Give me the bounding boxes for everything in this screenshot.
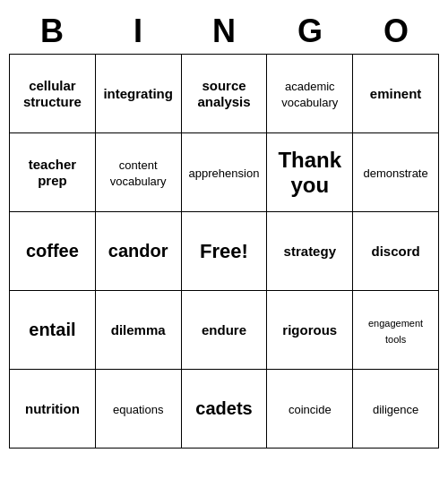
cell-r1-c1: content vocabulary	[95, 133, 181, 212]
cell-r0-c3: academic vocabulary	[267, 55, 353, 133]
bingo-header: B I N G O	[9, 9, 439, 54]
cell-r1-c2: apprehension	[181, 133, 267, 212]
header-i: I	[95, 9, 181, 54]
cell-r2-c1: candor	[95, 212, 181, 291]
bingo-grid: cellular structureintegratingsource anal…	[9, 54, 439, 449]
cell-r0-c2: source analysis	[181, 55, 267, 133]
cell-r3-c1: dilemma	[95, 291, 181, 370]
header-b: B	[9, 9, 95, 54]
cell-r2-c2: Free!	[181, 212, 267, 291]
cell-r1-c4: demonstrate	[353, 133, 439, 212]
cell-r4-c1: equations	[95, 370, 181, 449]
header-n: N	[181, 9, 267, 54]
cell-r3-c3: rigorous	[267, 291, 353, 370]
cell-r3-c0: entail	[10, 291, 96, 370]
cell-r2-c0: coffee	[10, 212, 96, 291]
cell-r4-c0: nutrition	[10, 370, 96, 449]
cell-r0-c1: integrating	[95, 55, 181, 133]
bingo-card: B I N G O cellular structureintegratings…	[9, 9, 439, 449]
cell-r3-c4: engagement tools	[353, 291, 439, 370]
cell-r2-c3: strategy	[267, 212, 353, 291]
cell-r2-c4: discord	[353, 212, 439, 291]
header-g: G	[267, 9, 353, 54]
cell-r4-c2: cadets	[181, 370, 267, 449]
cell-r0-c4: eminent	[353, 55, 439, 133]
header-o: O	[353, 9, 439, 54]
cell-r1-c0: teacher prep	[10, 133, 96, 212]
cell-r4-c3: coincide	[267, 370, 353, 449]
cell-r3-c2: endure	[181, 291, 267, 370]
cell-r1-c3: Thank you	[267, 133, 353, 212]
cell-r4-c4: diligence	[353, 370, 439, 449]
cell-r0-c0: cellular structure	[10, 55, 96, 133]
